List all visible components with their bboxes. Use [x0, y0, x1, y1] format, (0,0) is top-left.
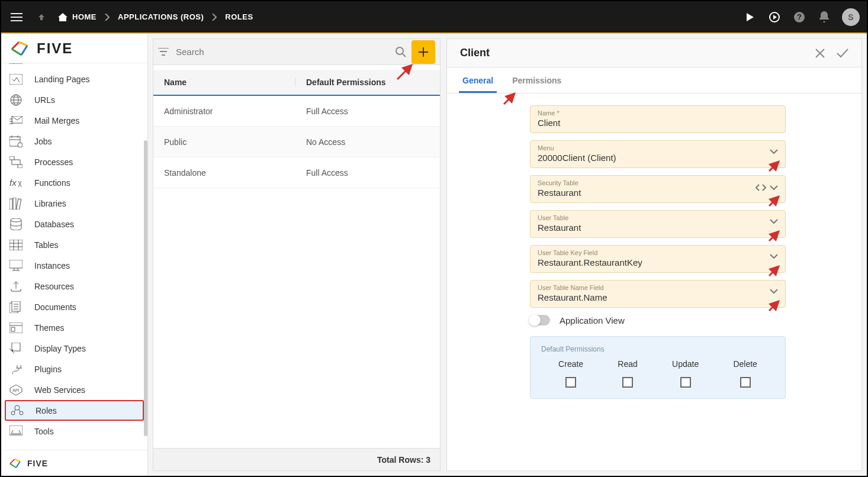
app-view-toggle[interactable]	[530, 315, 550, 325]
breadcrumb-apps-label: APPLICATIONS (ROS)	[118, 12, 204, 21]
plug-icon	[8, 363, 24, 376]
list-body: AdministratorFull Access PublicNo Access…	[153, 96, 440, 448]
breadcrumb-home[interactable]: HOME	[58, 12, 97, 21]
perm-create: Create	[558, 359, 583, 388]
sidebar-item-menus[interactable]: Menus	[1, 63, 147, 69]
list-row[interactable]: PublicNo Access	[153, 127, 440, 157]
upload-icon	[8, 280, 24, 293]
menu-icon	[8, 63, 24, 65]
svg-text:API: API	[12, 388, 19, 392]
list-row[interactable]: StandaloneFull Access	[153, 157, 440, 188]
scrollbar[interactable]	[144, 140, 147, 436]
calendar-icon	[8, 135, 24, 148]
sidebar-item-libraries[interactable]: Libraries	[1, 193, 147, 214]
annotation-arrow-icon	[501, 89, 519, 107]
docs-icon	[8, 301, 24, 314]
avatar[interactable]: S	[842, 8, 860, 26]
perm-row: Create Read Update Delete	[541, 359, 774, 388]
chevron-down-icon[interactable]	[770, 149, 778, 154]
field-name[interactable]: Name * Client	[530, 105, 786, 133]
close-icon[interactable]	[815, 49, 825, 58]
chevron-down-icon[interactable]	[770, 254, 778, 259]
books-icon	[8, 197, 24, 210]
breadcrumb-apps[interactable]: APPLICATIONS (ROS)	[118, 12, 204, 21]
svg-rect-22	[11, 327, 15, 331]
logo: FIVE	[1, 34, 147, 63]
list-footer: Total Rows: 3	[153, 448, 440, 470]
perm-delete: Delete	[733, 359, 757, 388]
sidebar-item-themes[interactable]: Themes	[1, 317, 147, 338]
sidebar-item-jobs[interactable]: Jobs	[1, 131, 147, 152]
plus-icon	[418, 47, 429, 57]
sidebar-item-tools[interactable]: Tools	[1, 421, 147, 441]
svg-rect-15	[17, 198, 21, 209]
search-icon[interactable]	[395, 46, 407, 58]
database-icon	[8, 218, 24, 231]
field-menu[interactable]: Menu 20000Client (Client)	[530, 140, 786, 168]
perm-read-checkbox[interactable]	[622, 377, 633, 388]
form-body: Name * Client Menu 20000Client (Client) …	[447, 94, 861, 470]
landing-icon	[8, 73, 24, 86]
sidebar-item-plugins[interactable]: Plugins	[1, 359, 147, 379]
tab-general[interactable]: General	[459, 70, 497, 93]
sidebar-item-processes[interactable]: Processes	[1, 152, 147, 172]
filter-icon[interactable]	[158, 48, 171, 56]
field-security-table[interactable]: Security Table Restaurant	[530, 175, 786, 203]
default-permissions-box: Default Permissions Create Read Update D…	[530, 336, 786, 399]
tab-permissions[interactable]: Permissions	[509, 70, 565, 93]
sidebar-item-documents[interactable]: Documents	[1, 296, 147, 317]
detail-panel: Client General Permissions Name * Client	[446, 38, 862, 471]
sidebar-item-functions[interactable]: fxFunctions	[1, 172, 147, 193]
bell-icon[interactable]	[817, 10, 831, 24]
globe-icon	[8, 94, 24, 107]
tabs: General Permissions	[447, 67, 861, 94]
app-view-label: Application View	[560, 315, 625, 325]
chevron-down-icon[interactable]	[770, 185, 778, 190]
center-area: Name Default Permissions AdministratorFu…	[148, 34, 867, 476]
field-user-name[interactable]: User Table Name Field Restaurant.Name	[530, 280, 786, 308]
theme-icon	[8, 321, 24, 334]
col-header-name[interactable]: Name	[153, 78, 295, 87]
chevron-down-icon[interactable]	[770, 219, 778, 224]
field-user-table[interactable]: User Table Restaurant	[530, 210, 786, 238]
sidebar-item-resources[interactable]: Resources	[1, 276, 147, 296]
sidebar-item-tables[interactable]: Tables	[1, 234, 147, 255]
up-arrow-icon[interactable]	[33, 9, 50, 25]
detail-title: Client	[460, 47, 490, 59]
hamburger-icon[interactable]	[8, 9, 25, 25]
detail-actions	[815, 49, 848, 58]
svg-rect-13	[9, 199, 12, 210]
field-user-key[interactable]: User Table Key Field Restaurant.Restaura…	[530, 245, 786, 273]
search-input[interactable]	[176, 47, 390, 57]
list-panel: Name Default Permissions AdministratorFu…	[153, 38, 441, 471]
perm-delete-checkbox[interactable]	[740, 377, 751, 388]
check-icon[interactable]	[837, 49, 848, 58]
run-icon[interactable]	[767, 10, 782, 24]
sidebar-item-mail[interactable]: Mail Merges	[1, 110, 147, 131]
sidebar-items: Menus Landing Pages URLs Mail Merges Job…	[1, 63, 147, 450]
sidebar-item-roles[interactable]: Roles	[5, 400, 144, 421]
perm-read: Read	[618, 359, 637, 388]
api-icon: API	[8, 383, 24, 397]
list-row[interactable]: AdministratorFull Access	[153, 96, 440, 127]
help-icon[interactable]: ?	[792, 10, 806, 24]
col-header-def[interactable]: Default Permissions	[295, 78, 440, 87]
breadcrumb-roles[interactable]: ROLES	[225, 12, 253, 21]
perm-create-checkbox[interactable]	[565, 377, 576, 388]
top-bar: HOME APPLICATIONS (ROS) ROLES ? S	[1, 1, 867, 33]
sidebar-item-landing[interactable]: Landing Pages	[1, 69, 147, 89]
sidebar-item-urls[interactable]: URLs	[1, 89, 147, 110]
play-icon[interactable]	[742, 10, 757, 24]
process-icon	[8, 156, 24, 169]
chevron-down-icon[interactable]	[770, 289, 778, 294]
home-icon	[58, 13, 67, 21]
add-button[interactable]	[412, 40, 435, 64]
list-header: Name Default Permissions	[153, 70, 440, 96]
sidebar-item-instances[interactable]: Instances	[1, 255, 147, 276]
sidebar-item-webservices[interactable]: APIWeb Services	[1, 379, 147, 400]
perm-update-checkbox[interactable]	[680, 377, 691, 388]
code-icon[interactable]	[756, 184, 766, 191]
topbar-right: ? S	[742, 8, 860, 26]
sidebar-item-display[interactable]: Display Types	[1, 338, 147, 359]
sidebar-item-databases[interactable]: Databases	[1, 214, 147, 234]
